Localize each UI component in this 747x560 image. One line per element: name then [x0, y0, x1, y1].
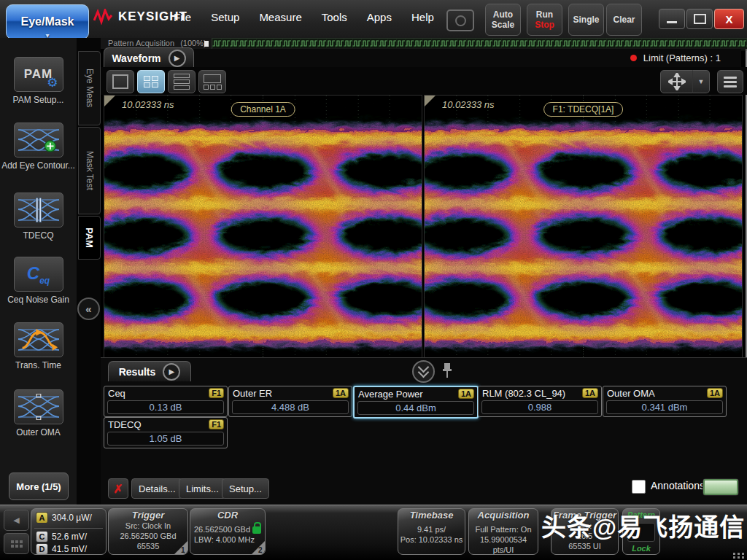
timebase-title: Timebase	[398, 510, 465, 521]
tab-eye-meas[interactable]: Eye Meas	[78, 51, 101, 125]
tab-pam[interactable]: PAM	[78, 216, 101, 260]
menu-setup[interactable]: Setup	[211, 11, 239, 23]
menu-measure[interactable]: Measure	[259, 11, 301, 23]
timebase-position: Pos: 10.02333 ns	[398, 534, 465, 545]
watermark-text: 头条@易飞扬通信	[541, 508, 746, 543]
pin-icon[interactable]	[442, 362, 452, 378]
measurement-value: 0.341 dBm	[606, 400, 723, 414]
single-label: Single	[573, 15, 599, 25]
source-badge: 1A	[458, 389, 474, 399]
measurement-tile-average-power[interactable]: Average Power 1A 0.44 dBm	[353, 386, 479, 419]
annotations-checkbox[interactable]	[632, 480, 646, 494]
measurement-sidebar: PAM ⚙ PAM Setup... Add Eye Contour... T	[0, 38, 77, 505]
collapse-results-button[interactable]	[412, 360, 435, 383]
trigger-rate: 26.562500 GBd	[109, 531, 187, 541]
tab-mask-test[interactable]: Mask Test	[78, 127, 101, 214]
screenshot-camera-icon[interactable]	[446, 9, 474, 31]
layout-single-button[interactable]	[107, 70, 134, 93]
measurement-tile-rlm[interactable]: RLM (802.3 CL_94) 1A 0.988	[478, 386, 602, 417]
timebase-panel[interactable]: Timebase 9.41 ps/ Pos: 10.02333 ns	[398, 508, 465, 555]
measurement-tile-tdecq[interactable]: TDECQ F1 1.05 dB	[104, 417, 228, 448]
layout-mixed-button[interactable]	[198, 70, 226, 93]
menu-apps[interactable]: Apps	[367, 11, 392, 23]
delete-measurement-button[interactable]: ✗	[108, 478, 128, 499]
sidebar-item-label: Add Eye Contour...	[0, 160, 77, 171]
clear-button[interactable]: Clear	[606, 4, 642, 36]
layout-single-icon	[112, 74, 128, 89]
eye-diagram-tdecq-f1	[425, 96, 742, 358]
channel-c-scale: 52.6 mV/	[52, 532, 87, 542]
menu-help[interactable]: Help	[411, 11, 434, 23]
panel-corner-fold[interactable]	[104, 96, 115, 106]
close-button[interactable]: X	[714, 9, 744, 29]
cdr-panel[interactable]: CDR 26.562500 GBd LBW: 4.000 MHz 2	[190, 508, 266, 555]
pan-move-button[interactable]	[660, 70, 694, 93]
pattern-acquisition-bar: Pattern Acquisition(100%)	[101, 38, 747, 49]
tab-eye-meas-label: Eye Meas	[85, 69, 95, 107]
mode-button-eye-mask[interactable]: Eye/Mask ▾	[6, 4, 89, 39]
single-button[interactable]: Single	[568, 4, 604, 36]
panel-options-button[interactable]	[4, 533, 29, 554]
resize-grip[interactable]	[733, 553, 745, 559]
sidebar-item-outer-oma[interactable]: Outer OMA	[0, 389, 77, 438]
more-measurements-button[interactable]: More (1/5)	[9, 472, 69, 500]
limits-button[interactable]: Limits...	[179, 478, 226, 499]
pattern-acquisition-label: Pattern Acquisition(100%)	[108, 39, 206, 47]
results-panel: Results ▶ Ceq F1 0.13 dB Outer ER 1A 4.4…	[101, 357, 747, 505]
run-stop-button[interactable]: Run Stop	[527, 4, 562, 36]
minimize-button[interactable]	[659, 9, 685, 29]
acquisition-mode: Full Pattern: On	[469, 524, 538, 534]
sidebar-item-add-eye-contour[interactable]: Add Eye Contour...	[0, 122, 77, 171]
annotation-color-button[interactable]	[703, 478, 739, 496]
channel-scale-panel[interactable]: A 304.0 µW/ C 52.6 mV/ D 41.5 mV/	[31, 508, 107, 555]
layout-rows-button[interactable]	[168, 70, 196, 93]
measurement-value: 1.05 dB	[107, 432, 224, 446]
graph-toolbar: ▼	[101, 67, 747, 95]
tab-waveform[interactable]: Waveform ▶	[104, 47, 194, 68]
channel-c-badge: C	[36, 531, 48, 542]
acquisition-progress-marker	[204, 41, 209, 47]
annotations-label: Annotations	[651, 480, 705, 491]
results-tab-label: Results	[119, 366, 156, 378]
sidebar-item-trans-time[interactable]: Trans. Time	[0, 322, 77, 370]
outer-oma-icon	[14, 389, 63, 424]
panel-corner-fold[interactable]	[425, 96, 436, 106]
limits-label: Limits...	[186, 483, 219, 494]
collapse-sidebar-button[interactable]: «	[77, 298, 100, 320]
menu-tools[interactable]: Tools	[322, 11, 347, 23]
waveform-panel-channel1a[interactable]: 10.02333 ns Channel 1A	[104, 95, 422, 359]
tab-results[interactable]: Results ▶	[108, 361, 191, 381]
add-eye-contour-icon	[14, 122, 63, 158]
play-icon[interactable]: ▶	[169, 50, 186, 67]
timebase-scale: 9.41 ps/	[398, 524, 465, 534]
menu-file[interactable]: File	[174, 11, 191, 23]
gear-icon: ⚙	[47, 75, 58, 90]
sidebar-item-label: TDECQ	[0, 230, 77, 241]
layout-grid-button[interactable]	[137, 70, 165, 93]
trigger-panel[interactable]: Trigger Src: Clock In 26.562500 GBd 6553…	[108, 508, 188, 555]
acquisition-panel[interactable]: Acquisition Full Pattern: On 15.99000534…	[468, 508, 538, 555]
sidebar-item-tdecq[interactable]: TDECQ	[0, 192, 77, 241]
maximize-button[interactable]	[686, 9, 713, 29]
category-tab-strip: Eye Meas Mask Test PAM	[77, 38, 101, 505]
measurement-tile-ceq[interactable]: Ceq F1 0.13 dB	[104, 386, 228, 417]
measurement-value: 4.488 dB	[232, 400, 349, 414]
details-button[interactable]: Details...	[131, 478, 183, 499]
measurement-tile-outer-oma[interactable]: Outer OMA 1A 0.341 dBm	[603, 386, 727, 417]
back-arrow-icon: ◀	[13, 516, 19, 525]
measurement-tile-outer-er[interactable]: Outer ER 1A 4.488 dB	[228, 386, 352, 417]
scroll-left-button[interactable]: ◀	[4, 510, 29, 531]
waveform-tab-label: Waveform	[112, 52, 160, 64]
setup-button[interactable]: Setup...	[222, 478, 269, 499]
sidebar-item-pam-setup[interactable]: PAM ⚙ PAM Setup...	[0, 57, 77, 105]
waveform-panel-tdecq-f1[interactable]: 10.02333 ns F1: TDECQ[1A]	[424, 95, 743, 359]
pan-move-dropdown[interactable]: ▼	[692, 70, 710, 93]
sidebar-item-ceq-noise-gain[interactable]: Ceq Ceq Noise Gain	[0, 257, 77, 305]
graph-menu-button[interactable]	[717, 70, 743, 93]
function-source-badge[interactable]: F1: TDECQ[1A]	[543, 102, 624, 117]
channel-source-badge[interactable]: Channel 1A	[231, 102, 295, 117]
maximize-icon	[694, 14, 706, 24]
measurement-name: RLM (802.3 CL_94)	[482, 388, 565, 399]
auto-scale-button[interactable]: Auto Scale	[485, 4, 521, 36]
play-icon[interactable]: ▶	[163, 363, 180, 381]
